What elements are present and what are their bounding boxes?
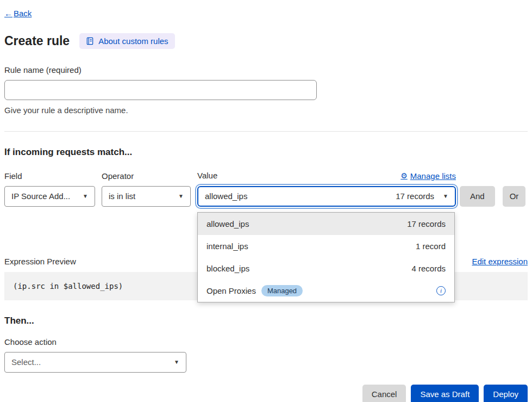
operator-select-value: is in list [109,191,135,201]
chevron-down-icon: ▼ [443,193,448,199]
list-option-blocked-ips[interactable]: blocked_ips 4 records [198,257,454,280]
then-section-heading: Then... [4,316,528,326]
chevron-down-icon: ▼ [83,193,88,199]
rule-name-input[interactable] [4,80,317,100]
list-option-allowed-ips[interactable]: allowed_ips 17 records [198,213,454,235]
chevron-down-icon: ▼ [174,359,179,365]
page-header: Create rule About custom rules [4,33,528,49]
rule-name-label: Rule name (required) [4,65,528,75]
value-select-value: allowed_ips [205,191,247,201]
action-select[interactable]: Select... ▼ [4,352,186,373]
value-column: Value ⚙ Manage lists allowed_ips 17 reco… [197,171,456,207]
or-button[interactable]: Or [503,186,526,207]
book-icon [86,37,94,45]
option-name: allowed_ips [206,219,249,228]
gear-icon: ⚙ [400,171,408,180]
match-controls-row: Field IP Source Add... ▼ Operator is in … [4,171,528,207]
page-title: Create rule [4,34,70,48]
save-as-draft-button[interactable]: Save as Draft [411,385,479,402]
and-button[interactable]: And [460,186,495,207]
option-name: Open Proxies [206,286,256,295]
match-section-heading: If incoming requests match... [4,147,528,158]
about-chip-label: About custom rules [98,36,168,46]
field-select[interactable]: IP Source Add... ▼ [4,186,95,207]
list-option-internal-ips[interactable]: internal_ips 1 record [198,235,454,257]
expression-preview-label: Expression Preview [4,257,76,266]
edit-expression-link[interactable]: Edit expression [472,257,528,266]
operator-select[interactable]: is in list ▼ [102,186,191,207]
option-name: internal_ips [206,242,248,251]
choose-action-label: Choose action [4,337,528,347]
section-divider [4,131,528,132]
operator-column: Operator is in list ▼ [102,171,191,207]
field-column: Field IP Source Add... ▼ [4,171,95,207]
field-label: Field [4,171,95,181]
option-name: blocked_ips [206,264,249,273]
operator-label: Operator [102,171,191,181]
chevron-down-icon: ▼ [178,193,184,199]
cancel-button[interactable]: Cancel [362,385,406,402]
info-icon[interactable]: i [436,286,446,295]
footer-actions: Cancel Save as Draft Deploy [4,385,528,402]
value-select-dropdown: allowed_ips 17 records internal_ips 1 re… [197,212,455,302]
value-label: Value [197,171,217,180]
value-select-records: 17 records [396,191,434,201]
managed-badge: Managed [261,285,303,296]
rule-name-helper: Give your rule a descriptive name. [4,106,528,115]
deploy-button[interactable]: Deploy [484,385,528,402]
create-rule-page: ←Back Create rule About custom rules Rul… [0,0,532,402]
option-records: 4 records [411,264,446,273]
manage-lists-link[interactable]: ⚙ Manage lists [400,171,456,181]
back-link[interactable]: ←Back [4,9,32,18]
option-records: 17 records [407,219,446,228]
manage-lists-label: Manage lists [410,171,456,181]
list-option-open-proxies[interactable]: Open Proxies Managed i [198,280,454,302]
back-arrow-icon: ← [4,9,12,18]
option-records: 1 record [416,242,446,251]
action-select-placeholder: Select... [11,357,41,367]
about-custom-rules-link[interactable]: About custom rules [79,33,174,49]
back-link-label: Back [14,9,32,18]
value-label-row: Value ⚙ Manage lists [197,171,456,181]
field-select-value: IP Source Add... [11,191,70,201]
value-select[interactable]: allowed_ips 17 records ▼ [197,186,456,207]
